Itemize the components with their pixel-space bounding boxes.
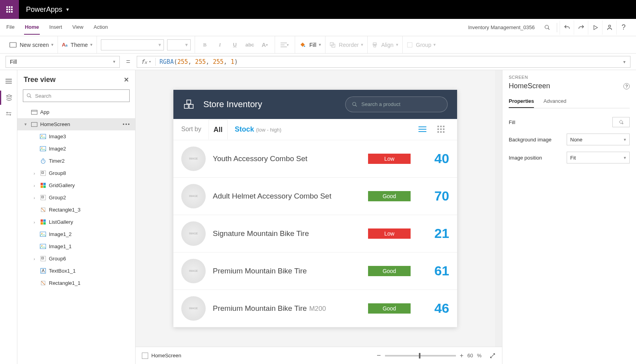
bgimage-select[interactable]: None ▾	[567, 134, 630, 145]
fontcolor-button[interactable]: A▾	[259, 41, 271, 48]
tree-search-input[interactable]: Search	[23, 89, 130, 102]
chevron-right-icon[interactable]: ›	[32, 195, 37, 200]
tree-item[interactable]: Image3	[17, 130, 135, 143]
font-select[interactable]: ▾	[101, 39, 164, 50]
fontsize-select[interactable]: ▾	[167, 39, 191, 50]
chevron-right-icon[interactable]: ›	[32, 220, 37, 225]
svg-rect-55	[189, 104, 193, 108]
formula-input[interactable]: fx ▾ RGBA(255, 255, 255, 1) ▾	[137, 56, 630, 68]
product-name: Premium Mountain Bike Tire	[213, 267, 361, 275]
theme-button[interactable]: Theme ▾	[71, 42, 93, 48]
menu-file[interactable]: File	[6, 20, 15, 35]
canvas-viewport[interactable]: Store Inventory Search a product Sort by…	[136, 70, 495, 347]
play-button[interactable]	[588, 20, 602, 35]
rail-hamburger[interactable]	[0, 74, 17, 88]
expand-formula-button[interactable]: ▾	[618, 58, 626, 65]
waffle-launcher[interactable]	[0, 0, 19, 19]
zoom-out-button[interactable]: −	[377, 351, 381, 360]
tree-item-label: TextBox1_1	[49, 268, 76, 274]
redo-button[interactable]	[574, 20, 588, 35]
group-icon	[39, 170, 46, 176]
app-search-input[interactable]: Search a product	[345, 97, 448, 112]
app-name-dropdown[interactable]: PowerApps ▼	[19, 6, 77, 14]
chevron-down-icon[interactable]: ▾	[23, 122, 28, 127]
svg-rect-54	[184, 104, 188, 108]
inventory-row[interactable]: IMAGEPremium Mountain Bike TireM200Good4…	[173, 290, 457, 327]
imgpos-select[interactable]: Fit ▾	[567, 152, 630, 163]
filter-tab-stock[interactable]: Stock (low - high)	[235, 125, 281, 134]
screen-checkbox[interactable]	[142, 353, 148, 359]
tree-item[interactable]: App	[17, 106, 135, 118]
bold-button[interactable]: B	[199, 42, 211, 48]
app-name-label: PowerApps	[26, 6, 62, 14]
more-button[interactable]: •••	[123, 121, 130, 127]
new-screen-button[interactable]: New screen ▾	[20, 42, 54, 48]
zoom-slider[interactable]	[385, 355, 456, 357]
textalign-button[interactable]: ▾	[279, 42, 291, 48]
svg-rect-2	[11, 6, 13, 8]
fit-screen-button[interactable]	[489, 353, 496, 359]
tree-item[interactable]: ›ListGallery	[17, 216, 135, 228]
menu-view[interactable]: View	[72, 20, 84, 35]
filter-tab-all[interactable]: All	[208, 120, 228, 139]
prop-bgimage-label: Background image	[509, 137, 551, 143]
tree-item[interactable]: Rectangle1_3	[17, 204, 135, 216]
tab-properties[interactable]: Properties	[509, 95, 534, 108]
tree-item[interactable]: ›Group8	[17, 167, 135, 179]
group-button[interactable]: Group ▾	[416, 42, 436, 48]
chevron-down-icon: ▾	[319, 42, 321, 47]
underline-button[interactable]: U	[229, 42, 241, 48]
tab-advanced[interactable]: Advanced	[543, 95, 566, 108]
help-button[interactable]: ?	[616, 20, 630, 35]
chevron-right-icon[interactable]: ›	[32, 171, 37, 176]
reorder-icon	[329, 42, 336, 48]
tree-item[interactable]: ›GridGallery	[17, 179, 135, 191]
help-icon[interactable]: ?	[623, 83, 630, 89]
tree-item[interactable]: ›Group2	[17, 191, 135, 204]
align-button[interactable]: Align ▾	[381, 42, 398, 48]
chevron-right-icon[interactable]: ›	[32, 183, 37, 188]
menu-insert[interactable]: Insert	[48, 20, 63, 35]
rail-treeview[interactable]	[0, 91, 17, 105]
strikethrough-button[interactable]: abc	[244, 42, 256, 48]
tree-item[interactable]: Image1_1	[17, 240, 135, 253]
tree-item[interactable]: TextBox1_1	[17, 265, 135, 277]
app-title: Store Inventory	[203, 99, 339, 110]
app-checker-icon[interactable]	[540, 20, 554, 35]
grid-view-button[interactable]	[437, 126, 449, 133]
menu-home[interactable]: Home	[24, 20, 40, 35]
list-view-button[interactable]	[418, 126, 430, 132]
fill-button[interactable]: Fill ▾	[309, 42, 321, 48]
product-name: Premium Mountain Bike TireM200	[213, 304, 361, 313]
undo-button[interactable]	[560, 20, 574, 35]
inventory-row[interactable]: IMAGESignature Mountain Bike TireLow21	[173, 215, 457, 253]
align-icon	[372, 42, 378, 48]
chevron-down-icon: ▼	[65, 7, 70, 12]
svg-rect-68	[437, 131, 439, 133]
tree-item[interactable]: Timer2	[17, 155, 135, 167]
inventory-row[interactable]: IMAGEPremium Mountain Bike TireGood61	[173, 253, 457, 290]
zoom-in-button[interactable]: +	[460, 352, 463, 359]
chevron-right-icon[interactable]: ›	[32, 256, 37, 261]
fill-color-swatch[interactable]	[612, 117, 630, 127]
stock-badge: Good	[368, 303, 411, 314]
close-tree-button[interactable]: ✕	[124, 76, 129, 84]
vertical-scrollbar[interactable]	[495, 70, 502, 347]
svg-point-15	[304, 45, 305, 46]
product-name: Adult Helmet Accessory Combo Set	[213, 192, 361, 201]
italic-button[interactable]: I	[214, 42, 226, 48]
inventory-row[interactable]: IMAGEYouth Accessory Combo SetLow40	[173, 140, 457, 178]
project-name[interactable]: Inventory Management_0356	[468, 24, 535, 30]
tree-item[interactable]: Image2	[17, 143, 135, 155]
share-button[interactable]	[602, 20, 616, 35]
menu-action[interactable]: Action	[93, 20, 109, 35]
reorder-button[interactable]: Reorder ▾	[339, 42, 364, 48]
tree-item[interactable]: Rectangle1_1	[17, 277, 135, 289]
tree-item[interactable]: ▾HomeScreen•••	[17, 118, 135, 130]
tree-item[interactable]: Image1_2	[17, 228, 135, 240]
property-select[interactable]: Fill ▾	[6, 56, 120, 68]
tree-item[interactable]: ›Group6	[17, 253, 135, 265]
inventory-row[interactable]: IMAGEAdult Helmet Accessory Combo SetGoo…	[173, 178, 457, 215]
svg-point-25	[6, 112, 7, 113]
rail-advanced[interactable]	[0, 107, 17, 121]
